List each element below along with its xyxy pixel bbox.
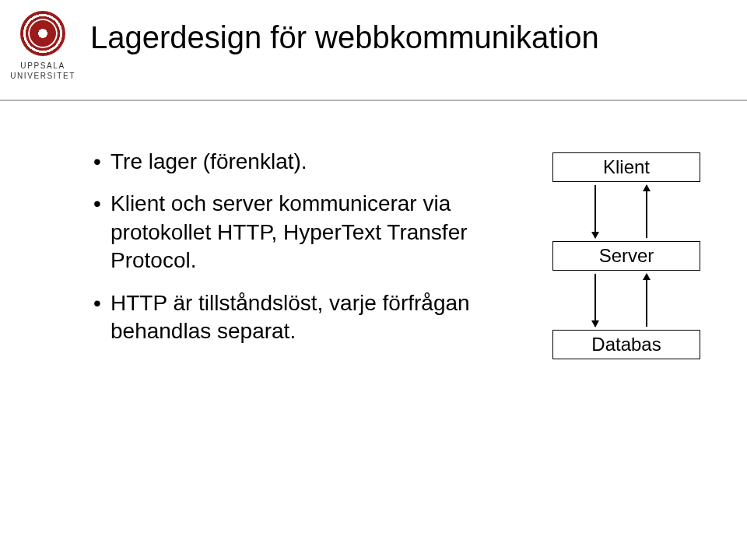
arrow-up-icon — [646, 185, 647, 238]
arrow-down-icon — [594, 185, 596, 238]
diagram-box-server: Server — [552, 241, 700, 271]
diagram-box-klient: Klient — [552, 152, 700, 182]
bullet-item: Klient och server kommunicerar via proto… — [93, 190, 537, 275]
slide-body: Tre lager (förenklat). Klient och server… — [0, 101, 747, 359]
bullet-item: HTTP är tillståndslöst, varje förfrågan … — [93, 289, 537, 346]
arrow-up-icon — [646, 274, 647, 327]
logo-line2: UNIVERSITET — [10, 72, 75, 80]
logo-text: UPPSALA UNIVERSITET — [10, 61, 75, 81]
slide-title: Lagerdesign för webbkommunikation — [86, 0, 599, 55]
seal-icon — [20, 11, 65, 56]
bullet-list: Tre lager (förenklat). Klient och server… — [93, 148, 537, 359]
bullet-item: Tre lager (förenklat). — [93, 148, 537, 176]
logo-line1: UPPSALA — [20, 61, 65, 70]
arrow-down-icon — [594, 274, 596, 327]
arrow-pair-klient-server — [552, 182, 700, 241]
layer-diagram: Klient Server Databas — [537, 148, 700, 359]
diagram-box-databas: Databas — [552, 330, 700, 359]
arrow-pair-server-databas — [552, 271, 700, 330]
university-logo: UPPSALA UNIVERSITET — [0, 0, 86, 81]
slide-header: UPPSALA UNIVERSITET Lagerdesign för webb… — [0, 0, 747, 101]
